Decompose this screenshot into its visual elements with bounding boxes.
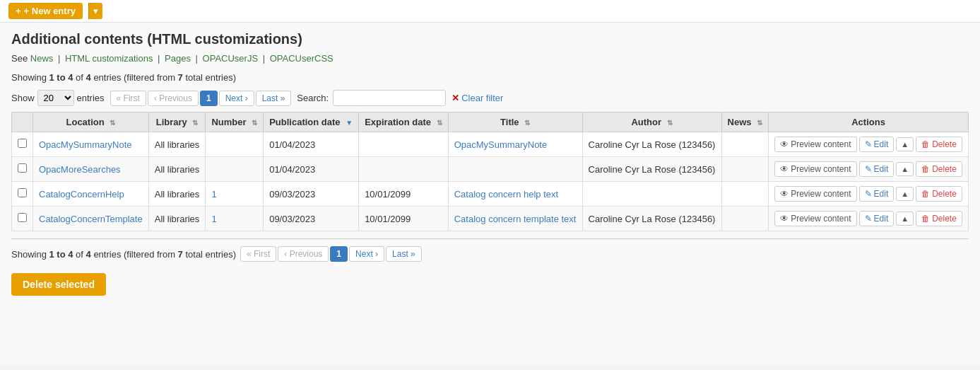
bottom-last-page-button[interactable]: Last » xyxy=(386,246,422,262)
row-exp-date xyxy=(359,132,449,157)
row-checkbox[interactable] xyxy=(18,213,27,222)
preview-label: Preview content xyxy=(791,139,851,149)
delete-selected-button[interactable]: Delete selected xyxy=(11,273,106,296)
bottom-current-page-button[interactable]: 1 xyxy=(330,246,348,262)
breadcrumb-pages[interactable]: Pages xyxy=(165,53,191,64)
new-entry-button[interactable]: + + New entry xyxy=(8,3,83,19)
page-title: Additional contents (HTML customizations… xyxy=(11,31,969,47)
trash-icon: 🗑 xyxy=(921,164,930,174)
showing-info-bottom: Showing 1 to 4 of 4 entries (filtered fr… xyxy=(11,249,236,260)
next-page-button[interactable]: Next › xyxy=(219,91,254,106)
pencil-icon: ✎ xyxy=(865,139,872,149)
sort-pubdate-icon[interactable]: ▼ xyxy=(346,119,353,127)
col-author: Author ⇅ xyxy=(582,112,721,132)
edit-button[interactable]: ✎ Edit xyxy=(859,211,895,226)
up-button[interactable]: ▲ xyxy=(896,212,914,226)
edit-button[interactable]: ✎ Edit xyxy=(859,161,895,177)
sort-news-icon[interactable]: ⇅ xyxy=(757,119,762,127)
search-input[interactable] xyxy=(333,90,446,106)
preview-button[interactable]: 👁 Preview content xyxy=(774,161,856,177)
preview-button[interactable]: 👁 Preview content xyxy=(774,211,856,226)
plus-icon: + xyxy=(16,6,21,16)
location-link[interactable]: OpacMySummaryNote xyxy=(39,139,131,150)
breadcrumb-opacusercss[interactable]: OPACUserCSS xyxy=(270,53,333,64)
number-link[interactable]: 1 xyxy=(211,214,216,224)
row-pub-date: 01/04/2023 xyxy=(264,132,359,157)
row-number xyxy=(206,157,264,182)
bottom-next-page-button[interactable]: Next › xyxy=(349,246,384,262)
delete-button[interactable]: 🗑 Delete xyxy=(916,137,962,152)
sort-expdate-icon[interactable]: ⇅ xyxy=(437,119,442,127)
breadcrumb-news[interactable]: News xyxy=(30,53,54,64)
sort-location-icon[interactable]: ⇅ xyxy=(110,119,115,127)
row-checkbox-cell xyxy=(12,207,33,231)
current-page-button[interactable]: 1 xyxy=(200,91,218,106)
preview-button[interactable]: 👁 Preview content xyxy=(774,186,856,202)
sort-title-icon[interactable]: ⇅ xyxy=(524,119,530,127)
edit-label: Edit xyxy=(874,164,889,174)
up-button[interactable]: ▲ xyxy=(896,162,914,176)
trash-icon: 🗑 xyxy=(921,139,930,149)
controls-row: Show 10 20 50 100 entries « First ‹ Prev… xyxy=(11,90,969,106)
first-page-button[interactable]: « First xyxy=(110,91,146,106)
delete-label: Delete xyxy=(932,139,957,149)
row-pub-date: 09/03/2023 xyxy=(264,207,359,231)
last-page-button[interactable]: Last » xyxy=(256,91,292,106)
delete-button[interactable]: 🗑 Delete xyxy=(916,186,962,202)
edit-button[interactable]: ✎ Edit xyxy=(859,137,895,152)
row-actions: 👁 Preview content ✎ Edit ▲ 🗑 Delete xyxy=(769,132,969,157)
row-location: CatalogConcernHelp xyxy=(33,182,149,207)
delete-label: Delete xyxy=(932,164,957,174)
col-actions: Actions xyxy=(769,112,969,132)
clear-filter-label: Clear filter xyxy=(461,93,503,103)
entries-label: entries xyxy=(77,93,105,103)
row-pub-date: 01/04/2023 xyxy=(264,157,359,182)
row-author: Caroline Cyr La Rose (123456) xyxy=(582,157,721,182)
row-actions: 👁 Preview content ✎ Edit ▲ 🗑 Delete xyxy=(769,182,969,207)
search-label: Search: xyxy=(297,93,329,103)
prev-page-button[interactable]: ‹ Previous xyxy=(148,91,199,106)
show-entries: Show 10 20 50 100 entries xyxy=(11,90,105,106)
row-library: All libraries xyxy=(148,132,206,157)
search-box: Search: xyxy=(297,90,446,106)
edit-button[interactable]: ✎ Edit xyxy=(859,186,895,202)
sort-number-icon[interactable]: ⇅ xyxy=(252,119,257,127)
location-link[interactable]: OpacMoreSearches xyxy=(39,164,121,175)
number-link[interactable]: 1 xyxy=(211,189,216,200)
row-checkbox[interactable] xyxy=(18,163,27,173)
bottom-prev-page-button[interactable]: ‹ Previous xyxy=(278,246,329,262)
sort-library-icon[interactable]: ⇅ xyxy=(192,119,198,127)
delete-label: Delete xyxy=(932,214,957,224)
table-header-row: Location ⇅ Library ⇅ Number ⇅ Publicatio… xyxy=(12,112,969,132)
breadcrumb-opacuserjs[interactable]: OPACUserJS xyxy=(203,53,259,64)
location-link[interactable]: CatalogConcernHelp xyxy=(39,189,124,200)
row-author: Caroline Cyr La Rose (123456) xyxy=(582,132,721,157)
breadcrumb-html-customizations[interactable]: HTML customizations xyxy=(65,53,153,64)
row-news xyxy=(721,182,769,207)
row-number xyxy=(206,132,264,157)
row-library: All libraries xyxy=(148,157,206,182)
new-entry-dropdown[interactable]: ▾ xyxy=(88,3,102,19)
eye-icon: 👁 xyxy=(780,189,789,199)
up-button[interactable]: ▲ xyxy=(896,137,914,151)
delete-button[interactable]: 🗑 Delete xyxy=(916,161,962,177)
location-link[interactable]: CatalogConcernTemplate xyxy=(39,214,143,224)
delete-label: Delete xyxy=(932,189,957,199)
bottom-first-page-button[interactable]: « First xyxy=(240,246,276,262)
row-exp-date xyxy=(359,157,449,182)
row-location: OpacMySummaryNote xyxy=(33,132,149,157)
preview-label: Preview content xyxy=(791,189,851,199)
up-button[interactable]: ▲ xyxy=(896,187,914,201)
preview-button[interactable]: 👁 Preview content xyxy=(774,137,856,152)
delete-button[interactable]: 🗑 Delete xyxy=(916,211,962,226)
sort-author-icon[interactable]: ⇅ xyxy=(667,119,673,127)
row-title: Catalog concern help text xyxy=(448,182,582,207)
row-checkbox[interactable] xyxy=(18,139,27,148)
row-checkbox[interactable] xyxy=(18,188,27,197)
row-number: 1 xyxy=(206,182,264,207)
preview-label: Preview content xyxy=(791,214,851,224)
row-news xyxy=(721,157,769,182)
row-title xyxy=(448,157,582,182)
clear-filter-button[interactable]: ✕ Clear filter xyxy=(451,93,503,103)
entries-per-page-select[interactable]: 10 20 50 100 xyxy=(37,90,74,106)
